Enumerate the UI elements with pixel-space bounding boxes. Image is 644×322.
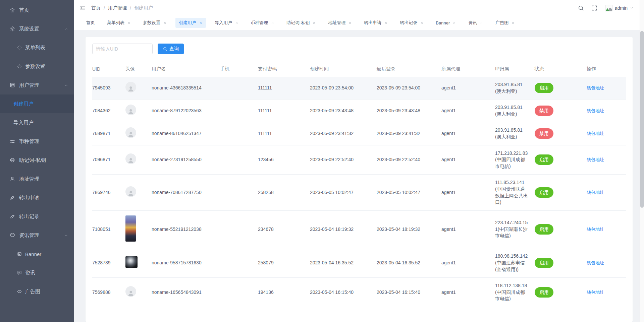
tab-banner[interactable]: Banner [432, 18, 460, 27]
main-area: 首页/用户管理/创建用户 admin 首页菜单列表参数设置创建用户导入用户币种管… [74, 0, 644, 322]
status-badge[interactable]: 启用 [535, 224, 553, 235]
sidebar-item-banner[interactable]: Banner [0, 245, 74, 263]
wallet-address-link[interactable]: 钱包地址 [587, 108, 604, 113]
close-icon[interactable] [420, 21, 424, 25]
cell-uid: 7084362 [92, 100, 125, 122]
sidebar-item-news[interactable]: 资讯 [0, 263, 74, 282]
breadcrumb-item[interactable]: 首页 [91, 5, 101, 11]
cell-username: noname-861046251347 [152, 122, 220, 145]
tab-param-settings[interactable]: 参数设置 [140, 18, 170, 28]
close-icon[interactable] [480, 21, 483, 25]
sidebar-item-news-management[interactable]: 资讯管理 [0, 226, 74, 245]
sidebar-item-address-management[interactable]: 地址管理 [0, 170, 74, 188]
page-scrollbar[interactable] [640, 0, 644, 322]
column-header-action: 操作 [587, 63, 626, 77]
close-icon[interactable] [235, 21, 238, 25]
password-value: 194136 [258, 289, 274, 295]
avatar-photo [125, 215, 136, 242]
cell-password: 194136 [258, 278, 310, 307]
close-icon[interactable] [348, 21, 352, 25]
cell-ip: 118.112.138.18(中国四川成都市电信) [495, 278, 535, 307]
search-icon[interactable] [578, 5, 584, 11]
collapse-sidebar-icon[interactable] [79, 5, 86, 11]
cell-avatar [125, 122, 152, 145]
close-icon[interactable] [199, 21, 203, 25]
wallet-address-link[interactable]: 钱包地址 [587, 290, 604, 295]
scrollbar-thumb[interactable] [640, 31, 644, 208]
column-header-ip: IP归属 [495, 63, 535, 77]
content-area: 查询 UID头像用户名手机支付密码创建时间最后登录所属代理IP归属状态操作 79… [74, 30, 644, 322]
cell-phone [220, 248, 258, 278]
tab-label: 转出申请 [364, 20, 381, 26]
sidebar-item-param-settings[interactable]: 参数设置 [0, 57, 74, 76]
sidebar-item-menu-list[interactable]: 菜单列表 [0, 38, 74, 57]
fullscreen-icon[interactable] [591, 5, 598, 11]
username-value: noname-436618335514 [152, 85, 202, 90]
avatar [125, 105, 136, 115]
tab-create-user[interactable]: 创建用户 [175, 18, 206, 28]
cell-last-login: 2023-05-04 18:19:32 [377, 210, 441, 248]
cell-created: 2023-05-09 23:43:48 [310, 100, 377, 122]
column-header-status: 状态 [535, 63, 587, 77]
wallet-address-link[interactable]: 钱包地址 [587, 131, 604, 136]
tab-address-management[interactable]: 地址管理 [325, 18, 355, 28]
uid-search-input[interactable] [92, 44, 153, 54]
status-badge[interactable]: 启用 [535, 154, 553, 165]
status-badge[interactable]: 启用 [535, 187, 553, 198]
breadcrumb-item[interactable]: 用户管理 [108, 5, 127, 11]
tab-label: 转出记录 [400, 20, 417, 26]
wallet-address-link[interactable]: 钱包地址 [587, 260, 604, 265]
sidebar-item-mnemonic-private-key[interactable]: 助记词-私钥 [0, 151, 74, 170]
close-icon[interactable] [127, 21, 131, 25]
cell-action: 钱包地址 [587, 145, 626, 175]
status-badge[interactable]: 禁用 [535, 128, 553, 139]
tab-label: 参数设置 [143, 20, 160, 26]
tab-home[interactable]: 首页 [83, 18, 98, 28]
sidebar-item-import-user[interactable]: 导入用户 [0, 113, 74, 132]
status-badge[interactable]: 禁用 [535, 106, 553, 116]
tab-mnemonic-private-key[interactable]: 助记词-私钥 [283, 18, 319, 28]
tab-news[interactable]: 资讯 [465, 18, 487, 28]
status-badge[interactable]: 启用 [535, 287, 553, 298]
close-icon[interactable] [452, 21, 456, 25]
avatar [125, 286, 136, 297]
status-badge[interactable]: 启用 [535, 258, 553, 268]
column-header-password: 支付密码 [258, 63, 310, 77]
wallet-address-link[interactable]: 钱包地址 [587, 227, 604, 232]
sidebar-item-ad-image[interactable]: 广告图 [0, 282, 74, 301]
sidebar-item-coin-management[interactable]: 币种管理 [0, 132, 74, 151]
ball-icon [9, 157, 15, 163]
bird-icon [9, 213, 15, 219]
status-badge[interactable]: 启用 [535, 83, 553, 93]
tab-coin-management[interactable]: 币种管理 [247, 18, 278, 28]
close-icon[interactable] [312, 21, 316, 25]
sidebar-item-transfer-out-request[interactable]: 转出申请 [0, 188, 74, 207]
tab-transfer-out-record[interactable]: 转出记录 [396, 18, 427, 28]
close-icon[interactable] [271, 21, 274, 25]
tab-ad-image[interactable]: 广告图 [492, 18, 518, 28]
sidebar-item-create-user[interactable]: 创建用户 [0, 94, 74, 113]
tab-import-user[interactable]: 导入用户 [211, 18, 242, 28]
uid-value: 7945093 [92, 85, 111, 90]
user-menu[interactable]: admin [604, 4, 634, 12]
sidebar-item-transfer-out-record[interactable]: 转出记录 [0, 207, 74, 226]
close-icon[interactable] [511, 21, 515, 25]
cell-status: 启用 [535, 210, 587, 248]
cell-created: 2023-05-09 23:54:00 [310, 77, 377, 100]
avatar [125, 186, 136, 197]
sidebar-item-system-settings[interactable]: 系统设置 [0, 19, 74, 38]
wallet-address-link[interactable]: 钱包地址 [587, 85, 604, 90]
sidebar-item-home[interactable]: 首页 [0, 1, 74, 19]
tab-menu-list[interactable]: 菜单列表 [104, 18, 134, 28]
sidebar-item-user-management[interactable]: 用户管理 [0, 76, 74, 94]
column-header-uid: UID [92, 63, 125, 77]
tab-transfer-out-request[interactable]: 转出申请 [361, 18, 391, 28]
cell-agent: agent1 [441, 210, 495, 248]
breadcrumb-item[interactable]: 创建用户 [134, 5, 153, 11]
close-icon[interactable] [163, 21, 167, 25]
close-icon[interactable] [384, 21, 388, 25]
wallet-address-link[interactable]: 钱包地址 [587, 157, 604, 162]
sidebar-item-label: 菜单列表 [25, 45, 68, 51]
wallet-address-link[interactable]: 钱包地址 [587, 190, 604, 195]
query-button[interactable]: 查询 [158, 44, 184, 54]
